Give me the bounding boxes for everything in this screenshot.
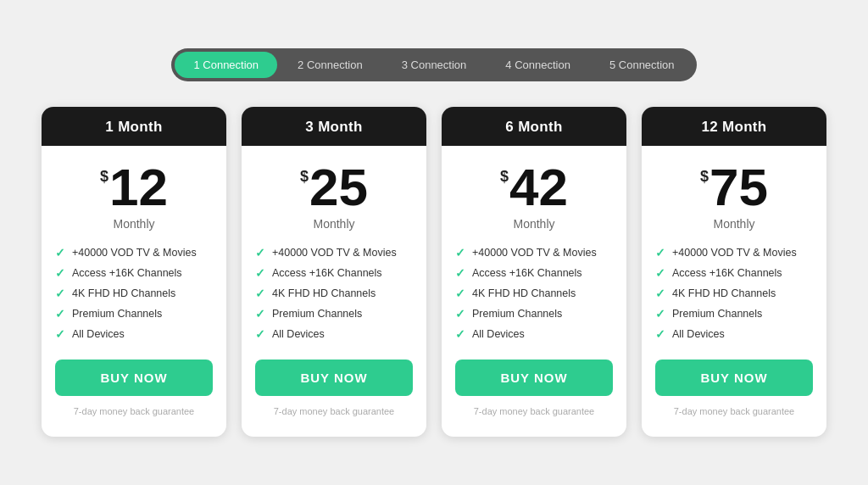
feature-item-1-3: ✓Premium Channels xyxy=(255,304,413,324)
feature-text-3-0: +40000 VOD TV & Movies xyxy=(672,247,797,259)
check-icon-2-4: ✓ xyxy=(455,327,465,341)
feature-item-2-3: ✓Premium Channels xyxy=(455,304,613,324)
feature-item-2-4: ✓All Devices xyxy=(455,324,613,344)
plans-grid: 1 Month$12Monthly✓+40000 VOD TV & Movies… xyxy=(42,107,826,437)
check-icon-3-3: ✓ xyxy=(655,307,665,321)
plan-body-3: $75Monthly✓+40000 VOD TV & Movies✓Access… xyxy=(642,146,826,437)
feature-text-2-4: All Devices xyxy=(472,328,525,340)
plan-header-1: 3 Month xyxy=(242,107,426,146)
connection-tab-4[interactable]: 4 Connection xyxy=(487,52,589,78)
price-row-0: $12 xyxy=(100,161,168,214)
connection-tabs-container: 1 Connection2 Connection3 Connection4 Co… xyxy=(171,48,696,81)
price-period-0: Monthly xyxy=(113,217,154,231)
feature-text-1-3: Premium Channels xyxy=(272,308,362,320)
feature-item-0-4: ✓All Devices xyxy=(55,324,213,344)
feature-text-2-2: 4K FHD HD Channels xyxy=(472,287,576,299)
feature-item-0-0: ✓+40000 VOD TV & Movies xyxy=(55,242,213,263)
check-icon-2-3: ✓ xyxy=(455,307,465,321)
plan-card-0: 1 Month$12Monthly✓+40000 VOD TV & Movies… xyxy=(42,107,226,437)
price-row-1: $25 xyxy=(300,161,368,214)
plan-card-1: 3 Month$25Monthly✓+40000 VOD TV & Movies… xyxy=(242,107,426,437)
feature-text-2-1: Access +16K Channels xyxy=(472,267,582,279)
plan-body-2: $42Monthly✓+40000 VOD TV & Movies✓Access… xyxy=(442,146,626,437)
feature-item-1-0: ✓+40000 VOD TV & Movies xyxy=(255,242,413,263)
check-icon-0-3: ✓ xyxy=(55,307,65,321)
features-list-3: ✓+40000 VOD TV & Movies✓Access +16K Chan… xyxy=(655,242,813,344)
feature-text-0-2: 4K FHD HD Channels xyxy=(72,287,175,299)
price-amount-3: 75 xyxy=(709,161,768,214)
feature-text-3-2: 4K FHD HD Channels xyxy=(672,287,776,299)
connection-tab-3[interactable]: 3 Connection xyxy=(383,52,486,78)
check-icon-0-0: ✓ xyxy=(55,246,65,259)
feature-text-2-3: Premium Channels xyxy=(472,308,562,320)
feature-text-1-2: 4K FHD HD Channels xyxy=(272,287,376,299)
plan-body-0: $12Monthly✓+40000 VOD TV & Movies✓Access… xyxy=(42,146,226,437)
check-icon-0-1: ✓ xyxy=(55,266,65,280)
feature-text-3-3: Premium Channels xyxy=(672,308,762,320)
plan-header-0: 1 Month xyxy=(42,107,226,146)
check-icon-1-1: ✓ xyxy=(255,266,265,280)
price-row-3: $75 xyxy=(700,161,768,214)
feature-item-2-1: ✓Access +16K Channels xyxy=(455,263,613,283)
price-dollar-3: $ xyxy=(700,168,709,186)
price-row-2: $42 xyxy=(500,161,568,214)
check-icon-3-4: ✓ xyxy=(655,327,665,341)
connection-tab-5[interactable]: 5 Connection xyxy=(591,52,693,78)
check-icon-1-4: ✓ xyxy=(255,327,265,341)
features-list-1: ✓+40000 VOD TV & Movies✓Access +16K Chan… xyxy=(255,242,413,344)
feature-item-2-2: ✓4K FHD HD Channels xyxy=(455,283,613,304)
feature-text-0-4: All Devices xyxy=(72,328,125,340)
price-amount-0: 12 xyxy=(109,161,168,214)
price-amount-1: 25 xyxy=(309,161,368,214)
check-icon-0-4: ✓ xyxy=(55,327,65,341)
feature-item-3-4: ✓All Devices xyxy=(655,324,813,344)
price-amount-2: 42 xyxy=(509,161,568,214)
plan-header-3: 12 Month xyxy=(642,107,826,146)
check-icon-3-2: ✓ xyxy=(655,287,665,300)
guarantee-text-1: 7-day money back guarantee xyxy=(274,406,394,425)
check-icon-3-1: ✓ xyxy=(655,266,665,280)
plan-body-1: $25Monthly✓+40000 VOD TV & Movies✓Access… xyxy=(242,146,426,437)
guarantee-text-0: 7-day money back guarantee xyxy=(74,406,194,425)
feature-item-1-2: ✓4K FHD HD Channels xyxy=(255,283,413,304)
buy-button-0[interactable]: BUY NOW xyxy=(55,360,213,396)
feature-text-0-0: +40000 VOD TV & Movies xyxy=(72,247,197,259)
feature-text-0-3: Premium Channels xyxy=(72,308,162,320)
check-icon-0-2: ✓ xyxy=(55,287,65,300)
price-period-1: Monthly xyxy=(313,217,354,231)
connection-tab-2[interactable]: 2 Connection xyxy=(279,52,381,78)
check-icon-1-2: ✓ xyxy=(255,287,265,300)
feature-item-3-3: ✓Premium Channels xyxy=(655,304,813,324)
check-icon-2-2: ✓ xyxy=(455,287,465,300)
feature-text-2-0: +40000 VOD TV & Movies xyxy=(472,247,597,259)
check-icon-1-0: ✓ xyxy=(255,246,265,259)
buy-button-2[interactable]: BUY NOW xyxy=(455,360,613,396)
check-icon-3-0: ✓ xyxy=(655,246,665,259)
price-dollar-1: $ xyxy=(300,168,309,186)
plan-card-3: 12 Month$75Monthly✓+40000 VOD TV & Movie… xyxy=(642,107,826,437)
buy-button-3[interactable]: BUY NOW xyxy=(655,360,813,396)
connection-tab-1[interactable]: 1 Connection xyxy=(175,52,277,78)
feature-item-1-4: ✓All Devices xyxy=(255,324,413,344)
check-icon-2-0: ✓ xyxy=(455,246,465,259)
plan-header-2: 6 Month xyxy=(442,107,626,146)
price-dollar-0: $ xyxy=(100,168,108,186)
price-dollar-2: $ xyxy=(500,168,509,186)
features-list-0: ✓+40000 VOD TV & Movies✓Access +16K Chan… xyxy=(55,242,213,344)
check-icon-2-1: ✓ xyxy=(455,266,465,280)
features-list-2: ✓+40000 VOD TV & Movies✓Access +16K Chan… xyxy=(455,242,613,344)
check-icon-1-3: ✓ xyxy=(255,307,265,321)
feature-text-0-1: Access +16K Channels xyxy=(72,267,182,279)
feature-item-1-1: ✓Access +16K Channels xyxy=(255,263,413,283)
guarantee-text-3: 7-day money back guarantee xyxy=(674,406,794,425)
feature-item-0-3: ✓Premium Channels xyxy=(55,304,213,324)
feature-text-1-4: All Devices xyxy=(272,328,325,340)
price-period-3: Monthly xyxy=(713,217,754,231)
feature-text-1-1: Access +16K Channels xyxy=(272,267,382,279)
plan-card-2: 6 Month$42Monthly✓+40000 VOD TV & Movies… xyxy=(442,107,626,437)
feature-item-3-2: ✓4K FHD HD Channels xyxy=(655,283,813,304)
feature-item-2-0: ✓+40000 VOD TV & Movies xyxy=(455,242,613,263)
feature-item-0-2: ✓4K FHD HD Channels xyxy=(55,283,213,304)
buy-button-1[interactable]: BUY NOW xyxy=(255,360,413,396)
guarantee-text-2: 7-day money back guarantee xyxy=(474,406,594,425)
